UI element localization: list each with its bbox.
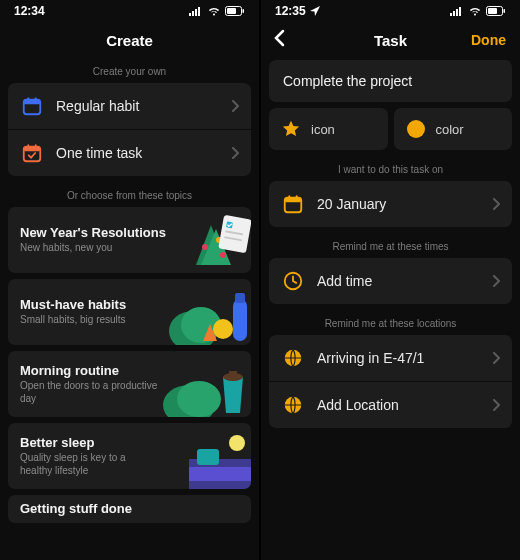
svg-rect-18 bbox=[218, 215, 251, 253]
svg-rect-6 bbox=[243, 9, 245, 13]
color-picker-label: color bbox=[436, 122, 464, 137]
svg-rect-33 bbox=[197, 449, 219, 465]
task-name-input[interactable]: Complete the project bbox=[269, 60, 512, 102]
svg-rect-44 bbox=[285, 198, 302, 203]
location-row-1[interactable]: Arriving in E-47/1 bbox=[269, 335, 512, 381]
status-indicators bbox=[189, 6, 245, 16]
icon-picker[interactable]: icon bbox=[269, 108, 388, 150]
svg-rect-1 bbox=[192, 11, 194, 16]
svg-point-17 bbox=[220, 252, 226, 258]
svg-point-24 bbox=[213, 319, 233, 339]
add-time-row[interactable]: Add time bbox=[269, 258, 512, 304]
color-swatch-icon bbox=[406, 119, 426, 139]
topic-art-sleep bbox=[141, 423, 251, 489]
svg-rect-0 bbox=[189, 13, 191, 16]
status-time: 12:35 bbox=[275, 4, 306, 18]
location-1-label: Arriving in E-47/1 bbox=[317, 350, 492, 366]
svg-rect-46 bbox=[296, 195, 298, 199]
topic-card-sleep[interactable]: Better sleep Quality sleep is key to a h… bbox=[8, 423, 251, 489]
content: Complete the project icon color I want t… bbox=[261, 58, 520, 560]
battery-icon bbox=[486, 6, 506, 16]
habit-type-group: Regular habit One time task bbox=[8, 83, 251, 176]
topic-card-must-have[interactable]: Must-have habits Small habits, big resul… bbox=[8, 279, 251, 345]
svg-rect-13 bbox=[27, 144, 29, 148]
topic-art-must-have bbox=[141, 279, 251, 345]
section-caption-topics: Or choose from these topics bbox=[0, 182, 259, 207]
svg-rect-25 bbox=[233, 299, 247, 341]
svg-point-42 bbox=[407, 120, 425, 138]
topic-card-gtd[interactable]: Getting stuff done bbox=[8, 495, 251, 523]
chevron-right-icon bbox=[231, 100, 239, 112]
chevron-right-icon bbox=[492, 275, 500, 287]
section-caption-date: I want to do this task on bbox=[261, 156, 520, 181]
navbar: Create bbox=[0, 22, 259, 58]
section-caption-own: Create your own bbox=[0, 58, 259, 83]
chevron-right-icon bbox=[492, 352, 500, 364]
topic-card-morning[interactable]: Morning routine Open the doors to a prod… bbox=[8, 351, 251, 417]
back-button[interactable] bbox=[273, 29, 285, 51]
create-screen: 12:34 Create Create your own Regular hab… bbox=[0, 0, 259, 560]
task-screen: 12:35 Task Done Complete the project ico… bbox=[261, 0, 520, 560]
calendar-check-icon bbox=[20, 141, 44, 165]
topic-title: Getting stuff done bbox=[20, 501, 239, 516]
battery-icon bbox=[225, 6, 245, 16]
status-time: 12:34 bbox=[14, 4, 45, 18]
svg-rect-32 bbox=[189, 467, 251, 481]
topic-subtitle: Small habits, big results bbox=[20, 314, 160, 327]
svg-rect-35 bbox=[450, 13, 452, 16]
page-title: Task bbox=[374, 32, 407, 49]
chevron-right-icon bbox=[492, 198, 500, 210]
content: Create your own Regular habit One time t… bbox=[0, 58, 259, 560]
section-caption-location: Remind me at these locations bbox=[261, 310, 520, 335]
one-time-task-label: One time task bbox=[56, 145, 231, 161]
chevron-left-icon bbox=[273, 29, 285, 47]
svg-rect-12 bbox=[24, 147, 41, 152]
regular-habit-row[interactable]: Regular habit bbox=[8, 83, 251, 129]
chevron-right-icon bbox=[492, 399, 500, 411]
done-button[interactable]: Done bbox=[471, 32, 506, 48]
page-title: Create bbox=[106, 32, 153, 49]
svg-rect-5 bbox=[227, 8, 236, 14]
one-time-task-row[interactable]: One time task bbox=[8, 129, 251, 176]
wifi-icon bbox=[207, 6, 221, 16]
navbar: Task Done bbox=[261, 22, 520, 58]
svg-rect-45 bbox=[288, 195, 290, 199]
section-caption-time: Remind me at these times bbox=[261, 233, 520, 258]
svg-point-34 bbox=[229, 435, 245, 451]
calendar-icon bbox=[20, 94, 44, 118]
date-row[interactable]: 20 January bbox=[269, 181, 512, 227]
svg-rect-2 bbox=[195, 9, 197, 16]
svg-rect-26 bbox=[235, 293, 245, 303]
svg-rect-40 bbox=[488, 8, 497, 14]
svg-rect-14 bbox=[35, 144, 37, 148]
svg-rect-3 bbox=[198, 7, 200, 16]
chevron-right-icon bbox=[231, 147, 239, 159]
signal-icon bbox=[189, 6, 203, 16]
svg-rect-41 bbox=[504, 9, 506, 13]
regular-habit-label: Regular habit bbox=[56, 98, 231, 114]
svg-rect-30 bbox=[229, 371, 237, 377]
status-indicators bbox=[450, 6, 506, 16]
topic-subtitle: New habits, new you bbox=[20, 242, 160, 255]
topic-art-morning bbox=[141, 351, 251, 417]
add-location-row[interactable]: Add Location bbox=[269, 381, 512, 428]
star-icon bbox=[281, 119, 301, 139]
wifi-icon bbox=[468, 6, 482, 16]
svg-rect-10 bbox=[35, 97, 37, 101]
clock-icon bbox=[281, 269, 305, 293]
icon-picker-label: icon bbox=[311, 122, 335, 137]
topic-art-resolutions bbox=[141, 207, 251, 273]
globe-icon bbox=[281, 393, 305, 417]
icon-color-row: icon color bbox=[269, 108, 512, 150]
svg-point-28 bbox=[177, 381, 221, 417]
task-name-value: Complete the project bbox=[283, 73, 498, 89]
status-bar: 12:35 bbox=[261, 0, 520, 22]
topic-card-resolutions[interactable]: New Year's Resolutions New habits, new y… bbox=[8, 207, 251, 273]
globe-icon bbox=[281, 346, 305, 370]
date-label: 20 January bbox=[317, 196, 492, 212]
color-picker[interactable]: color bbox=[394, 108, 513, 150]
svg-point-15 bbox=[202, 244, 208, 250]
topic-subtitle: Quality sleep is key to a healthy lifest… bbox=[20, 452, 160, 477]
calendar-icon bbox=[281, 192, 305, 216]
svg-rect-9 bbox=[27, 97, 29, 101]
